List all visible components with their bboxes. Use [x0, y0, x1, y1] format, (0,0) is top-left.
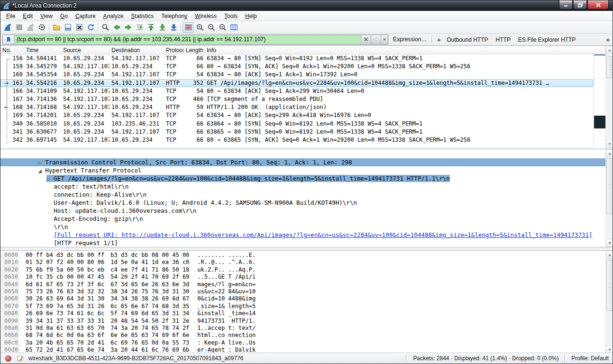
stop-capture-icon[interactable] [13, 22, 25, 33]
packet-row[interactable]: 156 34.504141 10.65.29.234 54.192.117.10… [0, 55, 593, 63]
scrollbar-thumb[interactable] [606, 56, 613, 78]
menu-analyze[interactable]: Analyze [100, 11, 128, 21]
restore-button[interactable] [573, 0, 587, 9]
find-packet-icon[interactable] [100, 22, 111, 33]
menu-view[interactable]: View [37, 11, 56, 21]
zoom-in-icon[interactable] [194, 22, 205, 33]
packet-row[interactable]: 166 34.714109 54.192.117.107 10.65.29.23… [0, 87, 593, 95]
column-header-source[interactable]: Source [61, 46, 110, 54]
filter-shortcut-http[interactable]: HTTP [496, 36, 511, 43]
packet-row[interactable]: 169 34.714201 10.65.29.234 54.192.117.10… [0, 111, 593, 119]
scroll-up-arrow[interactable]: ▲ [606, 251, 613, 259]
column-header-destination[interactable]: Destination [110, 46, 164, 54]
hex-row[interactable]: 008026 69 6e 73 74 61 6c 6c5f 74 69 6d 6… [0, 310, 613, 317]
hex-row[interactable]: 002075 6b f9 5a 00 50 bc ebc4 ee 7f 41 7… [0, 266, 613, 273]
hex-row[interactable]: 009039 34 31 37 33 37 33 3120 48 54 54 5… [0, 318, 613, 325]
menu-capture[interactable]: Capture [72, 11, 100, 21]
open-file-icon[interactable] [51, 22, 62, 33]
packet-list-header: No. Time Source Destination Protocol Len… [0, 46, 613, 55]
filter-overflow-chevron[interactable]: » [606, 36, 610, 43]
filter-clear-icon[interactable] [361, 35, 371, 44]
colorize-packets-icon[interactable] [183, 22, 194, 33]
packet-row[interactable]: 341 36.630677 10.65.29.234 54.192.117.10… [0, 128, 593, 136]
scroll-down-arrow[interactable]: ▼ [606, 239, 613, 247]
scroll-down-arrow[interactable]: ▼ [606, 140, 613, 148]
close-file-icon[interactable] [73, 22, 85, 33]
menu-statistics[interactable]: Statistics [127, 11, 157, 21]
column-header-no[interactable]: No. [0, 46, 24, 54]
column-header-time[interactable]: Time [24, 46, 61, 54]
reload-capture-icon[interactable] [85, 22, 96, 33]
menu-tools[interactable]: Tools [220, 11, 241, 21]
detail-row[interactable]: ▷Transmission Control Protocol, Src Port… [0, 150, 605, 158]
hex-row[interactable]: 00c03a 20 4b 65 65 70 2d 416c 69 76 65 0… [0, 339, 613, 346]
go-forward-icon[interactable] [122, 22, 134, 33]
hex-row[interactable]: 006030 26 63 69 64 3d 31 3034 34 38 38 2… [0, 295, 613, 302]
filter-bookmark-icon[interactable] [3, 35, 14, 44]
hex-row[interactable]: 000000 ff b4 d3 dc bb 00 ffb3 d3 dc bb 0… [0, 252, 613, 259]
display-filter-input[interactable] [14, 35, 361, 44]
hex-row[interactable]: 003010 fc 35 cb 00 00 47 4554 20 2f 41 7… [0, 273, 613, 281]
bytes-scrollbar[interactable]: ▲ ▼ [605, 251, 613, 354]
resize-columns-icon[interactable] [228, 22, 239, 33]
menu-file[interactable]: File [2, 11, 19, 21]
details-scrollbar[interactable]: ▲ ▼ [605, 149, 613, 247]
filter-apply-icon[interactable] [371, 35, 381, 44]
expression-button[interactable]: Expression… [393, 36, 427, 43]
start-capture-icon[interactable] [2, 22, 13, 33]
scrollbar-thumb[interactable] [606, 158, 613, 214]
tree-expander-icon[interactable]: ▷ [46, 175, 54, 183]
packet-length: 352 [184, 79, 205, 87]
filter-shortcut-es-file-explorer-http[interactable]: ES File Explorer HTTP [518, 36, 576, 43]
go-to-packet-icon[interactable] [134, 22, 145, 33]
close-button[interactable] [587, 0, 609, 9]
filter-shortcut-outbound-http[interactable]: Outbound HTTP [447, 36, 488, 43]
packet-row[interactable]: 340 36.585010 10.65.29.234 103.235.46.23… [0, 120, 593, 128]
save-file-icon[interactable]: 010 [62, 22, 73, 33]
menu-wireless[interactable]: Wireless [191, 11, 220, 21]
add-filter-button[interactable]: + [437, 36, 441, 44]
minimize-button[interactable] [559, 0, 573, 9]
scroll-up-arrow[interactable]: ▲ [606, 46, 613, 54]
packet-row[interactable]: 159 34.545279 54.192.117.107 10.65.29.23… [0, 63, 593, 71]
menu-edit[interactable]: Edit [19, 11, 37, 21]
packet-row[interactable]: 167 34.714136 54.192.117.107 10.65.29.23… [0, 95, 593, 103]
go-back-icon[interactable] [111, 22, 122, 33]
column-header-info[interactable]: Info [205, 46, 605, 54]
detail-row[interactable]: [Full request URI: http://update-cloud.i… [0, 223, 605, 231]
hex-row[interactable]: 005075 73 26 76 63 3d 32 3238 34 26 75 7… [0, 288, 613, 295]
zoom-out-icon[interactable] [205, 22, 217, 33]
capture-file-name: wireshark_B3D3DCBB-4511-423A-9699-B2DB75… [28, 355, 400, 362]
hex-row[interactable]: 001001 52 07 f2 40 00 80 061d 5e 0a 41 1… [0, 259, 613, 266]
scrollbar-thumb[interactable] [606, 260, 613, 311]
menu-telephony[interactable]: Telephony [157, 11, 191, 21]
restart-capture-icon[interactable] [25, 22, 36, 33]
zoom-original-icon[interactable] [217, 22, 228, 33]
scroll-up-arrow[interactable]: ▲ [606, 149, 613, 157]
hex-row[interactable]: 00a031 0d 0a 61 63 63 65 7074 3a 20 74 6… [0, 325, 613, 332]
filter-history-dropdown-icon[interactable]: ▼ [381, 35, 388, 44]
profile-label[interactable]: Profile: Default [571, 355, 609, 362]
menu-go[interactable]: Go [56, 11, 72, 21]
packet-row[interactable]: ← 168 34.714168 54.192.117.107 10.65.29.… [0, 103, 593, 111]
menu-bar: File Edit View Go Capture Analyze Statis… [0, 11, 613, 21]
capture-comment-icon[interactable] [17, 355, 24, 362]
go-to-first-packet-icon[interactable] [145, 22, 156, 33]
go-to-last-packet-icon[interactable] [156, 22, 168, 33]
column-header-protocol[interactable]: Protocol [164, 46, 184, 54]
hex-row[interactable]: 00705f 73 69 7a 65 3d 31 266c 65 6e 67 7… [0, 303, 613, 310]
tree-expander-icon[interactable]: ▷ [38, 159, 45, 167]
packet-row[interactable]: 342 36.697145 54.192.117.107 10.65.29.23… [0, 136, 593, 144]
packet-row[interactable]: → 161 34.554216 10.65.29.234 54.192.117.… [0, 79, 593, 87]
menu-help[interactable]: Help [241, 11, 261, 21]
expert-info-icon[interactable] [5, 355, 11, 362]
packet-row[interactable]: 160 34.545354 10.65.29.234 54.192.117.10… [0, 71, 593, 79]
hex-row[interactable]: 00406d 61 67 65 73 2f 3f 6c67 3d 65 6e 2… [0, 281, 613, 288]
column-header-length[interactable]: Length [184, 46, 205, 54]
packet-list-minimap[interactable] [594, 55, 605, 148]
capture-options-icon[interactable] [36, 22, 47, 33]
tree-expander-icon[interactable]: ◢ [38, 167, 45, 175]
packet-list-scrollbar[interactable]: ▲ ▼ [605, 46, 613, 148]
hex-row[interactable]: 00b068 74 6d 6c 0d 0a 63 6f6e 6e 65 63 7… [0, 332, 613, 339]
auto-scroll-icon[interactable] [168, 22, 179, 33]
